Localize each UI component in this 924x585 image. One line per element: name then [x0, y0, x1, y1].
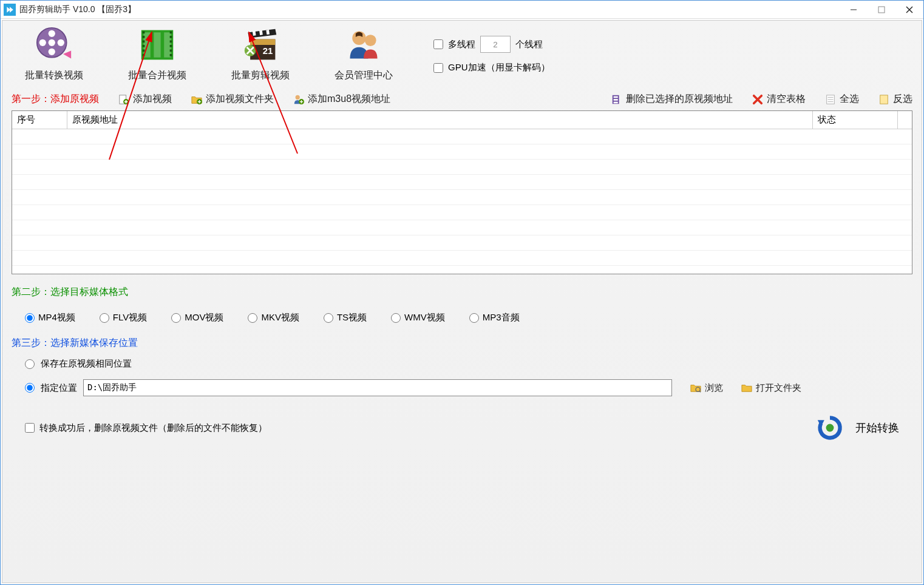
titlebar: 固乔剪辑助手 V10.0 【固乔3】 [1, 1, 923, 19]
format-option-mkv[interactable]: MKV视频 [248, 312, 299, 323]
step1-label: 第一步：添加原视频 [12, 90, 99, 108]
col-status[interactable]: 状态 [812, 111, 897, 129]
table-row[interactable] [12, 235, 912, 251]
svg-rect-27 [250, 39, 275, 45]
format-radio-wmv[interactable] [391, 313, 401, 323]
browse-button[interactable]: 浏览 [690, 382, 723, 394]
video-table[interactable]: 序号 原视频地址 状态 [12, 110, 912, 274]
thread-options: 多线程 个线程 GPU加速（用显卡解码） [433, 27, 550, 73]
save-same-location-radio[interactable] [25, 359, 35, 369]
format-radio-mkv[interactable] [248, 313, 257, 323]
format-label-ts: TS视频 [337, 312, 367, 323]
svg-rect-41 [614, 96, 618, 98]
table-row[interactable] [12, 160, 912, 175]
folder-search-icon [690, 382, 701, 393]
save-custom-location-radio[interactable] [25, 383, 35, 393]
svg-point-9 [58, 39, 64, 46]
svg-point-34 [365, 35, 376, 46]
svg-rect-23 [170, 45, 172, 47]
svg-rect-22 [170, 41, 172, 43]
add-video-button[interactable]: 添加视频 [118, 93, 172, 106]
remove-selected-button[interactable]: 删除已选择的原视频地址 [611, 93, 733, 106]
delete-after-label: 转换成功后，删除原视频文件（删除后的文件不能恢复） [39, 422, 267, 434]
gpu-accel-label: GPU加速（用显卡解码） [448, 62, 550, 73]
remove-selected-label: 删除已选择的原视频地址 [626, 93, 733, 106]
save-custom-location-label: 指定位置 [41, 382, 77, 394]
svg-rect-48 [880, 95, 888, 103]
format-option-ts[interactable]: TS视频 [324, 312, 367, 323]
add-file-icon [118, 94, 129, 105]
close-button[interactable] [895, 1, 923, 19]
start-convert-label: 开始转换 [855, 421, 899, 435]
format-option-mp3[interactable]: MP3音频 [469, 312, 520, 323]
format-option-wmv[interactable]: WMV视频 [391, 312, 445, 323]
invert-select-button[interactable]: 反选 [878, 93, 912, 106]
batch-merge-button[interactable]: 批量合并视频 [124, 27, 191, 82]
folder-add-icon [191, 94, 202, 105]
minimize-button[interactable] [840, 1, 868, 19]
table-row[interactable] [12, 190, 912, 205]
svg-rect-1 [878, 7, 885, 13]
svg-point-7 [49, 49, 55, 55]
delete-after-checkbox[interactable] [25, 423, 35, 433]
format-radio-ts[interactable] [324, 313, 333, 323]
add-folder-button[interactable]: 添加视频文件夹 [191, 93, 274, 106]
member-center-label: 会员管理中心 [335, 69, 393, 82]
open-folder-button[interactable]: 打开文件夹 [741, 382, 801, 394]
format-radio-flv[interactable] [100, 313, 109, 323]
video-table-grid: 序号 原视频地址 状态 [12, 111, 912, 266]
svg-point-8 [39, 39, 46, 46]
svg-rect-16 [143, 41, 145, 43]
add-m3u8-button[interactable]: 添加m3u8视频地址 [293, 93, 390, 106]
maximize-button[interactable] [868, 1, 895, 19]
batch-convert-label: 批量转换视频 [25, 69, 83, 82]
open-folder-label: 打开文件夹 [756, 382, 801, 394]
svg-point-6 [49, 30, 55, 37]
multithread-checkbox[interactable] [433, 39, 443, 49]
format-radio-mov[interactable] [171, 313, 181, 323]
select-all-button[interactable]: 全选 [825, 93, 859, 106]
step2-label: 第二步：选择目标媒体格式 [12, 283, 912, 301]
svg-rect-24 [170, 50, 172, 52]
format-radio-mp4[interactable] [25, 313, 35, 323]
format-option-mp4[interactable]: MP4视频 [25, 312, 75, 323]
member-center-button[interactable]: 会员管理中心 [330, 27, 397, 82]
app-icon [4, 4, 16, 16]
table-row[interactable] [12, 251, 912, 266]
batch-convert-button[interactable]: 批量转换视频 [21, 27, 87, 82]
window-title: 固乔剪辑助手 V10.0 【固乔3】 [19, 4, 136, 15]
save-path-input[interactable] [83, 379, 672, 396]
multithread-label: 多线程 [448, 39, 475, 50]
format-option-mov[interactable]: MOV视频 [171, 312, 223, 323]
gpu-accel-checkbox[interactable] [433, 63, 443, 73]
add-m3u8-label: 添加m3u8视频地址 [308, 93, 390, 106]
format-label-mp4: MP4视频 [38, 312, 75, 323]
table-row[interactable] [12, 205, 912, 220]
batch-edit-label: 批量剪辑视频 [231, 69, 290, 82]
start-convert-button[interactable]: 开始转换 [817, 414, 899, 441]
browse-label: 浏览 [705, 382, 723, 394]
format-radio-mp3[interactable] [469, 313, 479, 323]
clear-table-button[interactable]: 清空表格 [752, 93, 806, 106]
format-label-flv: FLV视频 [113, 312, 147, 323]
col-addr[interactable]: 原视频地址 [67, 111, 812, 129]
format-label-mov: MOV视频 [185, 312, 223, 323]
format-options: MP4视频FLV视频MOV视频MKV视频TS视频WMV视频MP3音频 [12, 301, 912, 334]
format-label-mp3: MP3音频 [483, 312, 520, 323]
table-row[interactable] [12, 129, 912, 144]
col-spacer [897, 111, 912, 129]
table-row[interactable] [12, 175, 912, 190]
batch-edit-button[interactable]: 21 批量剪辑视频 [227, 27, 294, 82]
clear-table-label: 清空表格 [767, 93, 806, 106]
thread-count-input[interactable] [480, 36, 511, 53]
svg-rect-12 [154, 32, 160, 57]
svg-rect-43 [614, 101, 618, 103]
col-seq[interactable]: 序号 [12, 111, 67, 129]
table-row[interactable] [12, 144, 912, 160]
save-same-location-label: 保存在原视频相同位置 [41, 358, 132, 370]
step1-row: 第一步：添加原视频 添加视频 添加视频文件夹 添加m3u8视频地址 删除已选择的… [12, 88, 912, 110]
format-option-flv[interactable]: FLV视频 [100, 312, 147, 323]
format-label-wmv: WMV视频 [404, 312, 445, 323]
add-folder-label: 添加视频文件夹 [206, 93, 274, 106]
table-row[interactable] [12, 220, 912, 235]
